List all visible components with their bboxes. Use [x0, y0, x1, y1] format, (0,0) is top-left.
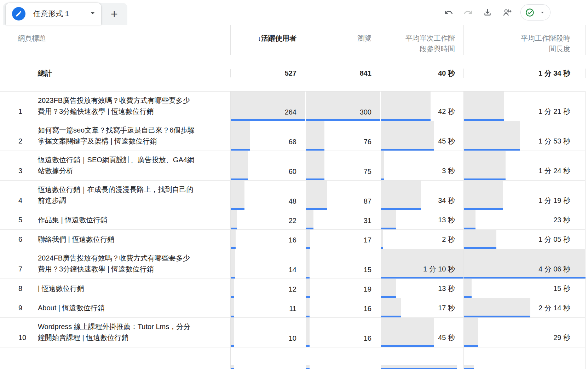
avg-engagement-value: 45 秒	[438, 136, 455, 146]
avg-session-bar	[464, 210, 475, 229]
page-title-text: 恆遠數位行銷｜在成長的漫漫長路上，找到自己的前進步調	[38, 184, 195, 206]
totals-avg-session: 1 分 34 秒	[463, 69, 586, 78]
table-row[interactable]: 10 Wordpress 線上課程外掛推薦：Tutor Lms，分分鐘開始賣課程…	[0, 318, 586, 347]
views-value: 75	[364, 168, 371, 176]
table-row[interactable]: 9 About | 恆遠數位行銷 11 16 17 秒 2 分 14 秒	[0, 298, 586, 318]
page-title-cell: 3 恆遠數位行銷｜SEO網頁設計、廣告投放、GA4網站數據分析	[0, 151, 230, 180]
avg-engagement-bar	[381, 230, 383, 249]
active-users-value: 22	[289, 217, 296, 225]
table-row[interactable]: 5 作品集 | 恆遠數位行銷 22 31 13 秒 23 秒	[0, 210, 586, 230]
canvas-tab-bar: 任意形式 1 +	[0, 0, 588, 25]
active-users-bar	[231, 230, 236, 249]
table-row[interactable]: 6 聯絡我們 | 恆遠數位行銷 16 17 2 秒 1 分 05 秒	[0, 230, 586, 249]
header-views[interactable]: 瀏覽	[305, 25, 380, 55]
views-bar	[306, 279, 310, 298]
active-users-value: 12	[289, 285, 296, 293]
page-title-text: 如何寫一篇seo文章？找寫手還是自己來？6個步驟掌握文案關鍵字及架構 | 恆遠數…	[38, 125, 195, 147]
views-cell: 19	[305, 279, 380, 298]
table-row[interactable]: 8 | 恆遠數位行銷 12 19 13 秒 15 秒	[0, 279, 586, 298]
avg-engagement-bar	[381, 298, 401, 317]
row-rank: 8	[18, 283, 29, 294]
avg-session-value: 15 秒	[553, 284, 570, 293]
avg-session-cell: 1 分 05 秒	[463, 230, 586, 249]
page-title-cell: 7 2024FB廣告投放有效嗎？收費方式有哪些要多少費用？3分鐘快速教學 | 恆…	[0, 249, 230, 279]
header-avg-engagement-time[interactable]: 平均單次工作階段參與時間	[380, 25, 463, 55]
views-value: 31	[364, 217, 371, 225]
avg-engagement-cell: 13 秒	[380, 210, 463, 229]
redo-icon[interactable]	[463, 8, 473, 17]
save-status-button[interactable]	[520, 4, 550, 20]
views-cell: 16	[305, 298, 380, 317]
avg-session-value: 1 分 05 秒	[538, 235, 570, 244]
page-title-text: 2024FB廣告投放有效嗎？收費方式有哪些要多少費用？3分鐘快速教學 | 恆遠數…	[38, 253, 195, 275]
undo-icon[interactable]	[444, 8, 453, 17]
table-row[interactable]: 1 2023FB廣告投放有效嗎？收費方式有哪些要多少費用？3分鐘快速教學 | 恆…	[0, 92, 586, 121]
page-title-cell: 9 About | 恆遠數位行銷	[0, 298, 230, 317]
table-row[interactable]: 2 如何寫一篇seo文章？找寫手還是自己來？6個步驟掌握文案關鍵字及架構 | 恆…	[0, 121, 586, 151]
views-cell: 75	[305, 151, 380, 180]
avg-engagement-cell: 3 秒	[380, 151, 463, 180]
avg-session-bar	[464, 318, 478, 347]
avg-session-value: 1 分 24 秒	[538, 166, 570, 176]
pencil-icon	[15, 10, 22, 17]
views-value: 16	[364, 334, 371, 342]
views-bar	[306, 318, 310, 347]
share-add-user-icon[interactable]	[502, 8, 512, 17]
avg-session-bar	[464, 121, 520, 151]
views-value: 19	[364, 285, 371, 293]
table-row[interactable]: 7 2024FB廣告投放有效嗎？收費方式有哪些要多少費用？3分鐘快速教學 | 恆…	[0, 249, 586, 279]
avg-engagement-cell: 13 秒	[380, 279, 463, 298]
download-icon[interactable]	[483, 8, 492, 17]
page-title-cell: 8 | 恆遠數位行銷	[0, 279, 230, 298]
active-users-bar	[231, 279, 234, 298]
page-title-cell: 4 恆遠數位行銷｜在成長的漫漫長路上，找到自己的前進步調	[0, 181, 230, 210]
header-page-title[interactable]: 網頁標題	[0, 25, 230, 55]
views-cell: 76	[305, 121, 380, 151]
active-users-value: 14	[289, 266, 296, 274]
page-title-text: About | 恆遠數位行銷	[38, 303, 105, 314]
avg-engagement-value: 13 秒	[438, 215, 455, 225]
active-users-bar	[231, 210, 237, 229]
avg-engagement-value: 1 分 10 秒	[423, 264, 455, 274]
ga4-exploration-freeform: { "tab_bar": { "active_tab_label": "任意形式…	[0, 0, 588, 369]
table-row-partial[interactable]	[0, 347, 586, 369]
page-title-text: Wordpress 線上課程外掛推薦：Tutor Lms，分分鐘開始賣課程 | …	[38, 321, 195, 343]
avg-engagement-cell: 2 秒	[380, 230, 463, 249]
row-rank: 2	[18, 136, 29, 147]
active-users-cell: 16	[230, 230, 305, 249]
table-row[interactable]: 4 恆遠數位行銷｜在成長的漫漫長路上，找到自己的前進步調 48 87 34 秒 …	[0, 181, 586, 210]
tab-strip: 任意形式 1 +	[3, 3, 127, 25]
row-rank: 3	[18, 165, 29, 176]
views-value: 16	[364, 305, 371, 313]
avg-session-cell: 23 秒	[463, 210, 586, 229]
views-value: 76	[364, 138, 371, 146]
page-title-cell: 6 聯絡我們 | 恆遠數位行銷	[0, 230, 230, 249]
add-tab-button[interactable]: +	[101, 3, 127, 25]
header-avg-session-duration[interactable]: 平均工作階段時間長度	[463, 25, 586, 55]
avg-engagement-bar	[381, 249, 464, 279]
page-title-cell: 5 作品集 | 恆遠數位行銷	[0, 210, 230, 229]
views-bar	[306, 92, 380, 121]
page-title-text: 2023FB廣告投放有效嗎？收費方式有哪些要多少費用？3分鐘快速教學 | 恆遠數…	[38, 95, 195, 117]
tab-caret-icon[interactable]	[88, 9, 97, 19]
active-users-cell: 10	[230, 318, 305, 347]
avg-engagement-cell: 45 秒	[380, 121, 463, 151]
table-row[interactable]: 3 恆遠數位行銷｜SEO網頁設計、廣告投放、GA4網站數據分析 60 75 3 …	[0, 151, 586, 181]
avg-session-value: 2 分 14 秒	[538, 303, 570, 313]
row-rank: 9	[18, 303, 29, 314]
totals-views: 841	[305, 69, 380, 77]
avg-engagement-value: 2 秒	[442, 235, 455, 244]
avg-engagement-bar	[381, 151, 384, 180]
avg-engagement-bar	[381, 318, 434, 347]
views-bar	[306, 230, 310, 249]
saved-check-icon	[525, 8, 535, 17]
views-cell: 31	[305, 210, 380, 229]
header-active-users[interactable]: ↓活躍使用者	[230, 25, 305, 55]
page-title-cell: 2 如何寫一篇seo文章？找寫手還是自己來？6個步驟掌握文案關鍵字及架構 | 恆…	[0, 121, 230, 151]
views-cell: 300	[305, 92, 380, 121]
tab-freeform-1[interactable]: 任意形式 1	[6, 3, 101, 25]
views-bar	[306, 298, 310, 317]
dropdown-caret-icon	[539, 9, 546, 16]
row-rank: 7	[18, 264, 29, 275]
views-bar	[306, 151, 324, 180]
